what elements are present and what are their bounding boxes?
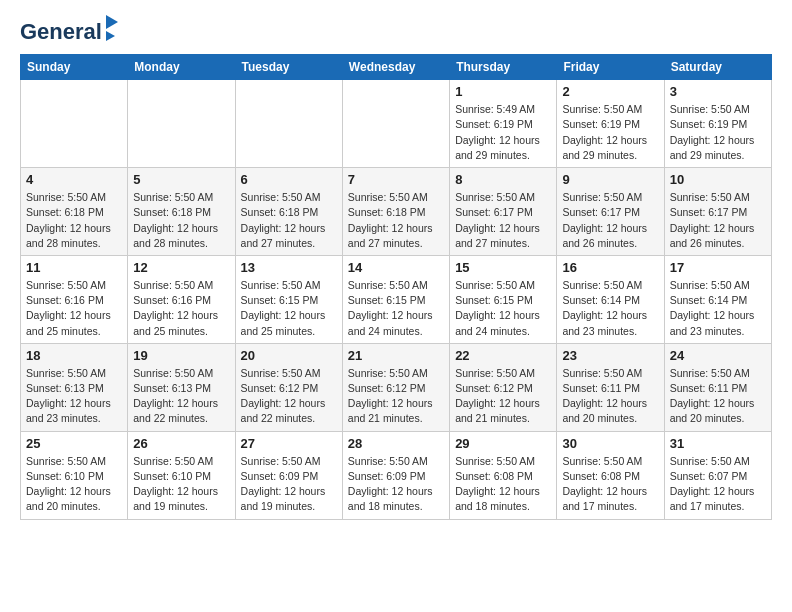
calendar-cell: 11Sunrise: 5:50 AM Sunset: 6:16 PM Dayli…	[21, 255, 128, 343]
day-info: Sunrise: 5:50 AM Sunset: 6:18 PM Dayligh…	[241, 190, 337, 251]
calendar-cell: 28Sunrise: 5:50 AM Sunset: 6:09 PM Dayli…	[342, 431, 449, 519]
calendar-cell: 3Sunrise: 5:50 AM Sunset: 6:19 PM Daylig…	[664, 80, 771, 168]
calendar-cell: 26Sunrise: 5:50 AM Sunset: 6:10 PM Dayli…	[128, 431, 235, 519]
day-number: 30	[562, 436, 658, 451]
day-info: Sunrise: 5:50 AM Sunset: 6:15 PM Dayligh…	[241, 278, 337, 339]
day-number: 23	[562, 348, 658, 363]
calendar-cell: 18Sunrise: 5:50 AM Sunset: 6:13 PM Dayli…	[21, 343, 128, 431]
day-number: 29	[455, 436, 551, 451]
day-number: 2	[562, 84, 658, 99]
day-info: Sunrise: 5:50 AM Sunset: 6:11 PM Dayligh…	[670, 366, 766, 427]
day-number: 21	[348, 348, 444, 363]
day-number: 10	[670, 172, 766, 187]
calendar-cell: 16Sunrise: 5:50 AM Sunset: 6:14 PM Dayli…	[557, 255, 664, 343]
calendar-cell: 1Sunrise: 5:49 AM Sunset: 6:19 PM Daylig…	[450, 80, 557, 168]
logo-text: General	[20, 20, 102, 44]
day-info: Sunrise: 5:50 AM Sunset: 6:13 PM Dayligh…	[26, 366, 122, 427]
day-info: Sunrise: 5:50 AM Sunset: 6:11 PM Dayligh…	[562, 366, 658, 427]
day-info: Sunrise: 5:50 AM Sunset: 6:16 PM Dayligh…	[26, 278, 122, 339]
logo-general: General	[20, 19, 102, 44]
day-info: Sunrise: 5:50 AM Sunset: 6:07 PM Dayligh…	[670, 454, 766, 515]
day-number: 4	[26, 172, 122, 187]
day-info: Sunrise: 5:50 AM Sunset: 6:18 PM Dayligh…	[26, 190, 122, 251]
day-info: Sunrise: 5:50 AM Sunset: 6:09 PM Dayligh…	[241, 454, 337, 515]
day-number: 6	[241, 172, 337, 187]
day-number: 13	[241, 260, 337, 275]
calendar-cell: 7Sunrise: 5:50 AM Sunset: 6:18 PM Daylig…	[342, 168, 449, 256]
logo: General	[20, 20, 118, 44]
calendar-week-5: 25Sunrise: 5:50 AM Sunset: 6:10 PM Dayli…	[21, 431, 772, 519]
day-info: Sunrise: 5:50 AM Sunset: 6:19 PM Dayligh…	[562, 102, 658, 163]
calendar-cell: 21Sunrise: 5:50 AM Sunset: 6:12 PM Dayli…	[342, 343, 449, 431]
day-number: 18	[26, 348, 122, 363]
day-number: 25	[26, 436, 122, 451]
page-header: General	[20, 20, 772, 44]
weekday-header-thursday: Thursday	[450, 55, 557, 80]
calendar-cell: 5Sunrise: 5:50 AM Sunset: 6:18 PM Daylig…	[128, 168, 235, 256]
day-number: 31	[670, 436, 766, 451]
day-number: 28	[348, 436, 444, 451]
calendar-cell: 27Sunrise: 5:50 AM Sunset: 6:09 PM Dayli…	[235, 431, 342, 519]
calendar-cell: 30Sunrise: 5:50 AM Sunset: 6:08 PM Dayli…	[557, 431, 664, 519]
day-info: Sunrise: 5:50 AM Sunset: 6:15 PM Dayligh…	[455, 278, 551, 339]
calendar-table: SundayMondayTuesdayWednesdayThursdayFrid…	[20, 54, 772, 519]
day-info: Sunrise: 5:50 AM Sunset: 6:18 PM Dayligh…	[348, 190, 444, 251]
day-number: 7	[348, 172, 444, 187]
calendar-week-4: 18Sunrise: 5:50 AM Sunset: 6:13 PM Dayli…	[21, 343, 772, 431]
day-number: 22	[455, 348, 551, 363]
day-info: Sunrise: 5:50 AM Sunset: 6:10 PM Dayligh…	[26, 454, 122, 515]
calendar-cell: 20Sunrise: 5:50 AM Sunset: 6:12 PM Dayli…	[235, 343, 342, 431]
calendar-cell: 4Sunrise: 5:50 AM Sunset: 6:18 PM Daylig…	[21, 168, 128, 256]
calendar-cell: 31Sunrise: 5:50 AM Sunset: 6:07 PM Dayli…	[664, 431, 771, 519]
calendar-cell	[128, 80, 235, 168]
calendar-cell: 9Sunrise: 5:50 AM Sunset: 6:17 PM Daylig…	[557, 168, 664, 256]
day-info: Sunrise: 5:50 AM Sunset: 6:08 PM Dayligh…	[562, 454, 658, 515]
day-number: 1	[455, 84, 551, 99]
weekday-header-saturday: Saturday	[664, 55, 771, 80]
day-info: Sunrise: 5:50 AM Sunset: 6:18 PM Dayligh…	[133, 190, 229, 251]
day-info: Sunrise: 5:50 AM Sunset: 6:12 PM Dayligh…	[455, 366, 551, 427]
day-info: Sunrise: 5:50 AM Sunset: 6:13 PM Dayligh…	[133, 366, 229, 427]
calendar-cell: 17Sunrise: 5:50 AM Sunset: 6:14 PM Dayli…	[664, 255, 771, 343]
calendar-cell: 8Sunrise: 5:50 AM Sunset: 6:17 PM Daylig…	[450, 168, 557, 256]
calendar-cell: 22Sunrise: 5:50 AM Sunset: 6:12 PM Dayli…	[450, 343, 557, 431]
day-number: 26	[133, 436, 229, 451]
calendar-week-2: 4Sunrise: 5:50 AM Sunset: 6:18 PM Daylig…	[21, 168, 772, 256]
day-number: 14	[348, 260, 444, 275]
day-info: Sunrise: 5:50 AM Sunset: 6:16 PM Dayligh…	[133, 278, 229, 339]
calendar-week-3: 11Sunrise: 5:50 AM Sunset: 6:16 PM Dayli…	[21, 255, 772, 343]
calendar-cell: 15Sunrise: 5:50 AM Sunset: 6:15 PM Dayli…	[450, 255, 557, 343]
calendar-cell	[342, 80, 449, 168]
calendar-cell: 19Sunrise: 5:50 AM Sunset: 6:13 PM Dayli…	[128, 343, 235, 431]
day-info: Sunrise: 5:50 AM Sunset: 6:10 PM Dayligh…	[133, 454, 229, 515]
day-number: 15	[455, 260, 551, 275]
day-number: 27	[241, 436, 337, 451]
day-info: Sunrise: 5:50 AM Sunset: 6:17 PM Dayligh…	[562, 190, 658, 251]
day-number: 19	[133, 348, 229, 363]
calendar-cell: 12Sunrise: 5:50 AM Sunset: 6:16 PM Dayli…	[128, 255, 235, 343]
day-info: Sunrise: 5:50 AM Sunset: 6:17 PM Dayligh…	[670, 190, 766, 251]
day-info: Sunrise: 5:50 AM Sunset: 6:14 PM Dayligh…	[670, 278, 766, 339]
day-number: 12	[133, 260, 229, 275]
day-number: 20	[241, 348, 337, 363]
day-info: Sunrise: 5:50 AM Sunset: 6:17 PM Dayligh…	[455, 190, 551, 251]
day-number: 17	[670, 260, 766, 275]
day-info: Sunrise: 5:50 AM Sunset: 6:09 PM Dayligh…	[348, 454, 444, 515]
day-number: 5	[133, 172, 229, 187]
calendar-week-1: 1Sunrise: 5:49 AM Sunset: 6:19 PM Daylig…	[21, 80, 772, 168]
day-info: Sunrise: 5:49 AM Sunset: 6:19 PM Dayligh…	[455, 102, 551, 163]
calendar-cell	[235, 80, 342, 168]
calendar-cell: 29Sunrise: 5:50 AM Sunset: 6:08 PM Dayli…	[450, 431, 557, 519]
calendar-cell: 23Sunrise: 5:50 AM Sunset: 6:11 PM Dayli…	[557, 343, 664, 431]
day-info: Sunrise: 5:50 AM Sunset: 6:08 PM Dayligh…	[455, 454, 551, 515]
day-info: Sunrise: 5:50 AM Sunset: 6:12 PM Dayligh…	[241, 366, 337, 427]
calendar-header-row: SundayMondayTuesdayWednesdayThursdayFrid…	[21, 55, 772, 80]
calendar-cell: 24Sunrise: 5:50 AM Sunset: 6:11 PM Dayli…	[664, 343, 771, 431]
calendar-cell	[21, 80, 128, 168]
day-info: Sunrise: 5:50 AM Sunset: 6:14 PM Dayligh…	[562, 278, 658, 339]
calendar-cell: 25Sunrise: 5:50 AM Sunset: 6:10 PM Dayli…	[21, 431, 128, 519]
weekday-header-monday: Monday	[128, 55, 235, 80]
calendar-cell: 14Sunrise: 5:50 AM Sunset: 6:15 PM Dayli…	[342, 255, 449, 343]
day-info: Sunrise: 5:50 AM Sunset: 6:19 PM Dayligh…	[670, 102, 766, 163]
day-number: 3	[670, 84, 766, 99]
